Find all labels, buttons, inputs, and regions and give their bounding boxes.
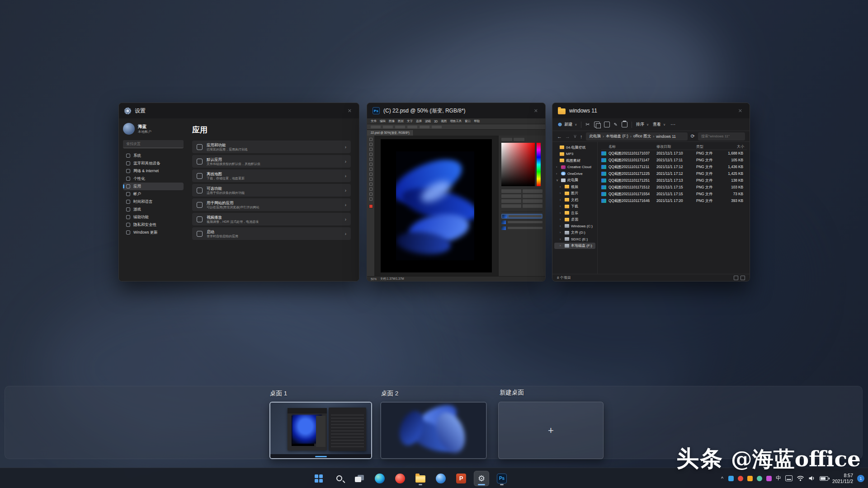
menu-plugins[interactable]: 增效工具 xyxy=(450,119,462,123)
settings-nav-apps[interactable]: 应用 xyxy=(123,183,184,190)
settings-nav-personalization[interactable]: 个性化 xyxy=(123,175,184,183)
menu-window[interactable]: 窗口 xyxy=(465,119,471,123)
zoom-level[interactable]: 50% xyxy=(371,277,377,281)
delete-icon[interactable] xyxy=(622,122,627,127)
breadcrumb-windows11[interactable]: windows 11 xyxy=(656,134,678,139)
layer-row[interactable] xyxy=(501,225,542,230)
settings-nav-time-language[interactable]: 时间和语言 xyxy=(123,198,184,206)
menu-layer[interactable]: 图层 xyxy=(398,119,404,123)
photoshop-toolbar[interactable] xyxy=(367,136,374,276)
menu-help[interactable]: 帮助 xyxy=(474,119,480,123)
battery-icon[interactable] xyxy=(820,476,828,481)
column-type[interactable]: 类型 xyxy=(696,144,722,149)
touch-keyboard-icon[interactable] xyxy=(785,475,793,481)
settings-nav-system[interactable]: 系统 xyxy=(123,152,184,160)
color-picker-panel[interactable] xyxy=(501,143,542,186)
powerpoint-button[interactable]: P xyxy=(453,471,469,486)
rename-icon[interactable]: ✎ xyxy=(614,122,618,127)
settings-nav-bluetooth[interactable]: 蓝牙和其他设备 xyxy=(123,160,184,167)
panel-tabs[interactable] xyxy=(501,138,542,141)
explorer-search-input[interactable] xyxy=(698,132,745,141)
window-card-settings[interactable]: 设置 ✕ 海蓝 本地帐户 系统 蓝牙和其他设备 网络 & Internet 个性… xyxy=(118,103,359,282)
hidden-icons-chevron[interactable]: ^ xyxy=(720,476,724,481)
copy-icon[interactable] xyxy=(594,122,600,127)
settings-item-offline-maps[interactable]: 离线地图下载，存储位置，地图更新› xyxy=(192,169,351,182)
nav-drive-e[interactable]: ›SDXC (E:) xyxy=(554,236,595,243)
tray-qq-icon[interactable] xyxy=(738,476,743,481)
start-button[interactable] xyxy=(311,471,326,486)
nav-documents[interactable]: ›文档 xyxy=(554,197,595,203)
settings-item-default-apps[interactable]: 默认应用文件和链接类型的默认值，其他默认值› xyxy=(192,155,351,168)
volume-icon[interactable] xyxy=(808,475,816,481)
color-field[interactable] xyxy=(501,143,535,186)
settings-nav-network[interactable]: 网络 & Internet xyxy=(123,167,184,175)
settings-nav-windows-update[interactable]: Windows 更新 xyxy=(123,229,184,236)
search-button[interactable] xyxy=(331,471,347,486)
file-row[interactable]: QQ截图202111011715542021/11/1 17:15PNG 文件7… xyxy=(601,191,747,197)
close-window-icon[interactable]: ✕ xyxy=(532,107,540,115)
nav-music[interactable]: ›音乐 xyxy=(554,210,595,216)
file-explorer-button[interactable] xyxy=(413,471,428,486)
tray-cloud-icon[interactable] xyxy=(757,476,762,481)
file-row[interactable]: QQ截图202111011710372021/11/1 17:10PNG 文件1… xyxy=(601,150,747,157)
menu-3d[interactable]: 3D xyxy=(434,120,438,123)
file-row[interactable]: QQ截图202111011711472021/11/1 17:11PNG 文件1… xyxy=(601,157,747,164)
nav-pinned-folder[interactable]: MP3 xyxy=(554,151,595,158)
nav-onedrive[interactable]: ›OneDrive xyxy=(554,170,595,177)
file-row[interactable]: QQ截图202111011716462021/11/1 17:20PNG 文件3… xyxy=(601,197,747,204)
nav-videos[interactable]: ›视频 xyxy=(554,183,595,190)
file-list-header[interactable]: 名称 修改日期 类型 大小 xyxy=(601,144,747,150)
settings-nav-accessibility[interactable]: 辅助功能 xyxy=(123,213,184,221)
up-button[interactable]: ↑ xyxy=(580,134,583,139)
ime-mode-indicator[interactable]: 中 xyxy=(776,474,781,482)
nav-this-pc[interactable]: ∨此电脑 xyxy=(554,177,595,184)
edge-button[interactable] xyxy=(372,471,387,486)
nav-creative-cloud[interactable]: ›Creative Cloud xyxy=(554,164,595,171)
menu-type[interactable]: 文字 xyxy=(407,119,413,123)
settings-user-account[interactable]: 海蓝 本地帐户 xyxy=(123,123,184,135)
nav-pictures[interactable]: ›图片 xyxy=(554,190,595,197)
photoshop-canvas-area[interactable] xyxy=(374,136,498,276)
cut-icon[interactable]: ✂ xyxy=(585,122,590,127)
nav-drive-c[interactable]: ›Windows (C:) xyxy=(554,223,595,230)
new-desktop-button[interactable]: + xyxy=(498,402,604,459)
browser-button[interactable] xyxy=(433,471,448,486)
column-date[interactable]: 修改日期 xyxy=(656,144,696,149)
menu-filter[interactable]: 滤镜 xyxy=(425,119,431,123)
recent-locations-icon[interactable]: ∨ xyxy=(573,133,577,139)
window-card-photoshop[interactable]: Ps (C) 22.psd @ 50% (渐变, RGB/8*) ✕ 文件 编辑… xyxy=(367,103,546,282)
tray-app-icon[interactable] xyxy=(766,476,772,481)
settings-nav-gaming[interactable]: 游戏 xyxy=(123,206,184,213)
tray-update-icon[interactable] xyxy=(747,476,753,481)
layer-row[interactable] xyxy=(501,214,542,219)
nav-pinned-folder[interactable]: 04-电脑壁纸 xyxy=(554,144,595,151)
settings-item-apps-for-websites[interactable]: 用于网站的应用可以在应用(而非浏览器)中打开的网站› xyxy=(192,198,351,211)
breadcrumb-this-pc[interactable]: 此电脑 xyxy=(590,134,604,139)
layer-row[interactable] xyxy=(501,220,542,225)
hue-slider[interactable] xyxy=(537,143,541,186)
wifi-icon[interactable] xyxy=(797,475,804,481)
column-name[interactable]: 名称 xyxy=(609,144,656,149)
more-options-icon[interactable]: ⋯ xyxy=(670,122,675,127)
notification-badge[interactable]: 1 xyxy=(857,475,864,482)
breadcrumb-office[interactable]: office 图文 xyxy=(633,134,655,139)
breadcrumb-drive-f[interactable]: 本地磁盘 (F:) xyxy=(606,134,632,139)
refresh-icon[interactable]: ⟳ xyxy=(691,133,695,139)
file-row[interactable]: QQ截图202111011712512021/11/1 17:13PNG 文件1… xyxy=(601,177,747,184)
sort-button[interactable]: 排序∨ xyxy=(636,122,649,127)
settings-item-video-playback[interactable]: 视频播放视频调整，HDR 流式处理，电池选项› xyxy=(192,213,351,225)
tray-shield-icon[interactable] xyxy=(728,476,734,481)
settings-item-startup[interactable]: 启动登录时自动启动的应用› xyxy=(192,227,351,240)
document-tab[interactable]: 22.psd @ 50%(渐变, RGB/8*) xyxy=(367,130,414,136)
foreground-color-swatch[interactable] xyxy=(369,204,373,208)
forward-button[interactable]: → xyxy=(565,134,570,139)
menu-view[interactable]: 视图 xyxy=(441,119,447,123)
task-view-button[interactable] xyxy=(352,471,367,486)
menu-image[interactable]: 图像 xyxy=(389,119,395,123)
list-view-icon[interactable] xyxy=(734,276,738,280)
settings-button[interactable]: ⚙ xyxy=(474,471,489,486)
photoshop-button[interactable]: Ps xyxy=(494,471,509,486)
qq-button[interactable] xyxy=(392,471,408,486)
column-size[interactable]: 大小 xyxy=(722,144,747,149)
nav-drive-d[interactable]: ›文件 (D:) xyxy=(554,230,595,236)
